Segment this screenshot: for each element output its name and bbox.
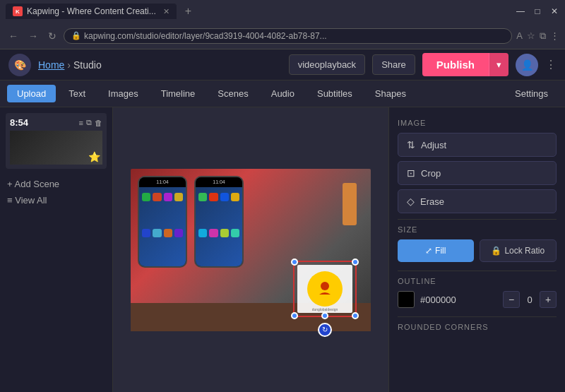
tool-scenes[interactable]: Scenes (208, 85, 258, 102)
back-button[interactable]: ← (6, 29, 21, 43)
svg-point-1 (321, 282, 329, 290)
browser-tab[interactable]: K Kapwing - Where Content Creati... ✕ (6, 4, 177, 19)
fill-label: Fill (435, 246, 446, 256)
image-section-label: IMAGE (398, 119, 557, 127)
tool-subtitles[interactable]: Subtitles (307, 85, 362, 102)
url-text: kapwing.com/studio/editor/layer/9cad3919… (84, 31, 504, 41)
adjust-button[interactable]: ⇅ Adjust (398, 133, 557, 157)
url-bar[interactable]: 🔒 kapwing.com/studio/editor/layer/9cad39… (64, 28, 512, 44)
tool-upload[interactable]: Upload (7, 85, 56, 102)
breadcrumb: Home › Studio (38, 59, 102, 71)
tool-settings[interactable]: Settings (505, 85, 558, 102)
color-swatch[interactable] (398, 291, 415, 308)
app-icon-r7 (220, 229, 229, 237)
app-menu-icon[interactable]: ⋮ (545, 58, 557, 71)
handle-top-left[interactable] (291, 259, 298, 266)
phone-container: 11:04 11:04 (131, 169, 371, 275)
size-section-label: SIZE (398, 225, 557, 234)
maximize-button[interactable]: □ (533, 6, 542, 16)
outline-number-input: − 0 + (503, 291, 557, 308)
handle-bottom-left[interactable] (291, 312, 298, 319)
home-link[interactable]: Home (38, 59, 64, 71)
publish-button[interactable]: Publish (422, 53, 489, 76)
rotate-handle[interactable]: ↻ (318, 323, 332, 337)
app-icon-r3 (220, 193, 229, 201)
app-icon-3 (164, 193, 172, 201)
fill-icon: ⤢ (425, 246, 432, 256)
timeline-item[interactable]: 8:54 ≡ ⧉ 🗑 ⭐ (6, 113, 107, 169)
fill-button[interactable]: ⤢ Fill (398, 239, 474, 262)
studio-label: Studio (73, 59, 102, 71)
close-tab-button[interactable]: ✕ (163, 7, 170, 16)
tool-shapes[interactable]: Shapes (365, 85, 416, 102)
tool-timeline[interactable]: Timeline (151, 85, 206, 102)
lock-icon: 🔒 (71, 31, 81, 40)
duplicate-icon[interactable]: ⧉ (86, 118, 92, 127)
phone-status-left: 11:04 (139, 177, 186, 187)
main-area: 8:54 ≡ ⧉ 🗑 ⭐ + Add Scene ≡ View All (0, 107, 565, 392)
hamburger-icon[interactable]: ≡ (79, 119, 83, 127)
crop-button[interactable]: ⊡ Crop (398, 161, 557, 185)
lock-ratio-label: Lock Ratio (504, 246, 545, 256)
videoplayback-button[interactable]: videoplayback (289, 54, 365, 75)
tool-text[interactable]: Text (59, 85, 95, 102)
timeline-header: 8:54 ≡ ⧉ 🗑 (10, 117, 102, 128)
tool-images[interactable]: Images (98, 85, 148, 102)
handle-top-right[interactable] (352, 259, 359, 266)
lock-icon: 🔒 (491, 246, 501, 256)
browser-menu-icon[interactable]: ⋮ (550, 30, 559, 42)
avatar[interactable]: 👤 (516, 54, 538, 76)
share-button[interactable]: Share (372, 54, 415, 75)
view-all-button[interactable]: ≡ View All (6, 192, 107, 208)
delete-icon[interactable]: 🗑 (95, 119, 102, 127)
right-panel: IMAGE ⇅ Adjust ⊡ Crop ◇ Erase SIZE ⤢ Fil… (388, 107, 565, 392)
forward-button[interactable]: → (25, 29, 41, 43)
tool-audio[interactable]: Audio (261, 85, 304, 102)
outline-value: 0 (523, 295, 537, 305)
lamp (343, 183, 357, 225)
titlebar: K Kapwing - Where Content Creati... ✕ + … (0, 0, 565, 23)
extensions-icon[interactable]: ⧉ (540, 30, 546, 42)
phone-status-right: 11:04 (196, 177, 242, 187)
app-icon-2 (153, 193, 161, 201)
close-button[interactable]: ✕ (549, 6, 559, 16)
address-actions: A ☆ ⧉ ⋮ (516, 30, 559, 42)
selected-content: dunglobaldesign (297, 265, 352, 313)
handle-bottom-right[interactable] (352, 312, 359, 319)
app-icon-8 (174, 229, 183, 237)
handle-bottom-center[interactable] (321, 312, 328, 319)
outline-increase-button[interactable]: + (540, 291, 557, 308)
publish-dropdown-button[interactable]: ▾ (489, 53, 509, 76)
logo-element (307, 271, 343, 307)
canvas-area[interactable]: 11:04 11:04 (113, 107, 388, 392)
translate-icon[interactable]: A (516, 30, 523, 42)
size-row: ⤢ Fill 🔒 Lock Ratio (398, 239, 557, 262)
star-icon: ⭐ (88, 151, 100, 162)
divider-1 (398, 219, 557, 220)
minimize-button[interactable]: — (516, 6, 525, 16)
app-icon-r5 (198, 229, 207, 237)
app-icon-r2 (209, 193, 218, 201)
tab-favicon: K (13, 6, 23, 16)
window-controls: — □ ✕ (516, 6, 559, 16)
tab-label: Kapwing - Where Content Creati... (27, 6, 156, 16)
breadcrumb-separator: › (67, 59, 71, 71)
app-icon-6 (153, 229, 161, 237)
addressbar: ← → ↻ 🔒 kapwing.com/studio/editor/layer/… (0, 23, 565, 49)
canvas-content: 11:04 11:04 (131, 169, 371, 331)
new-tab-button[interactable]: + (185, 5, 191, 18)
left-panel: 8:54 ≡ ⧉ 🗑 ⭐ + Add Scene ≡ View All (0, 107, 113, 392)
app-header: 🎨 Home › Studio videoplayback Share Publ… (0, 49, 565, 81)
outline-decrease-button[interactable]: − (503, 291, 520, 308)
phone-screen-right (196, 187, 242, 266)
divider-2 (398, 271, 557, 271)
selected-element[interactable]: dunglobaldesign ↻ (293, 261, 357, 317)
app-icon-4 (174, 193, 183, 201)
app-icon-r6 (209, 229, 218, 237)
lock-ratio-button[interactable]: 🔒 Lock Ratio (480, 239, 557, 262)
phone-right: 11:04 (194, 176, 244, 268)
bookmark-icon[interactable]: ☆ (527, 30, 535, 42)
refresh-button[interactable]: ↻ (45, 29, 59, 43)
add-scene-button[interactable]: + Add Scene (6, 176, 107, 192)
erase-button[interactable]: ◇ Erase (398, 189, 557, 213)
